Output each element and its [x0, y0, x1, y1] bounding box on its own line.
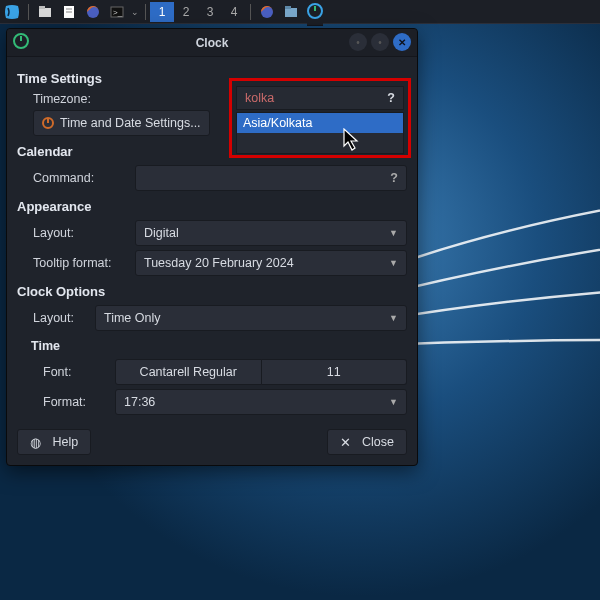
- workspace-2[interactable]: 2: [174, 2, 198, 22]
- clock-layout-label: Layout:: [17, 311, 87, 325]
- clock-options-header: Clock Options: [17, 284, 407, 299]
- workspace-4[interactable]: 4: [222, 2, 246, 22]
- font-label: Font:: [17, 365, 107, 379]
- maximize-button[interactable]: •: [371, 33, 389, 51]
- timezone-option-asia-kolkata[interactable]: Asia/Kolkata: [237, 113, 403, 133]
- firefox-icon[interactable]: [82, 1, 104, 23]
- svg-rect-10: [285, 6, 291, 9]
- minimize-button[interactable]: •: [349, 33, 367, 51]
- timezone-label: Timezone:: [17, 92, 127, 106]
- appearance-layout-select[interactable]: Digital▼: [135, 220, 407, 246]
- window-title: Clock: [196, 36, 229, 50]
- help-ring-icon: ◍: [30, 435, 41, 450]
- clock-icon: [42, 117, 54, 129]
- close-button[interactable]: ✕ Close: [327, 429, 407, 455]
- window-titlebar[interactable]: Clock • • ✕: [7, 29, 417, 57]
- clock-app-icon: [13, 33, 29, 49]
- format-select[interactable]: 17:36▼: [115, 389, 407, 415]
- command-input[interactable]: ?: [135, 165, 407, 191]
- help-icon[interactable]: ?: [387, 91, 395, 105]
- appearance-header: Appearance: [17, 199, 407, 214]
- text-editor-icon[interactable]: [58, 1, 80, 23]
- command-label: Command:: [17, 171, 127, 185]
- help-icon[interactable]: ?: [390, 171, 398, 185]
- svg-rect-0: [39, 8, 51, 17]
- font-size-button[interactable]: 11: [262, 359, 408, 385]
- time-and-date-settings-button[interactable]: Time and Date Settings...: [33, 110, 210, 136]
- app-menu-icon[interactable]: [1, 1, 23, 23]
- help-button[interactable]: ◍ Help: [17, 429, 91, 455]
- taskbar: >_ ⌄ 1 2 3 4: [0, 0, 600, 24]
- chevron-down-icon: ▼: [389, 313, 398, 323]
- terminal-icon[interactable]: >_: [106, 1, 128, 23]
- timezone-input-value: kolka: [245, 91, 274, 105]
- clock-taskbtn-icon[interactable]: [304, 1, 326, 23]
- appearance-layout-label: Layout:: [17, 226, 127, 240]
- svg-text:>_: >_: [113, 8, 123, 17]
- files-taskbtn-icon[interactable]: [280, 1, 302, 23]
- time-settings-header: Time Settings: [17, 71, 407, 86]
- svg-rect-1: [39, 6, 45, 9]
- terminal-dropdown-icon[interactable]: ⌄: [129, 7, 141, 17]
- chevron-down-icon: ▼: [389, 258, 398, 268]
- close-window-button[interactable]: ✕: [393, 33, 411, 51]
- clock-layout-select[interactable]: Time Only▼: [95, 305, 407, 331]
- workspace-3[interactable]: 3: [198, 2, 222, 22]
- firefox-taskbtn-icon[interactable]: [256, 1, 278, 23]
- files-icon[interactable]: [34, 1, 56, 23]
- timezone-dropdown: Asia/Kolkata: [236, 112, 404, 154]
- workspace-1[interactable]: 1: [150, 2, 174, 22]
- close-x-icon: ✕: [340, 435, 351, 450]
- svg-rect-9: [285, 8, 297, 17]
- format-label: Format:: [17, 395, 107, 409]
- chevron-down-icon: ▼: [389, 397, 398, 407]
- tooltip-format-select[interactable]: Tuesday 20 February 2024▼: [135, 250, 407, 276]
- time-subheader: Time: [31, 339, 407, 353]
- tooltip-format-label: Tooltip format:: [17, 256, 127, 270]
- timezone-input[interactable]: kolka ?: [236, 86, 404, 110]
- timezone-option-empty: [237, 133, 403, 153]
- font-name-button[interactable]: Cantarell Regular: [115, 359, 262, 385]
- chevron-down-icon: ▼: [389, 228, 398, 238]
